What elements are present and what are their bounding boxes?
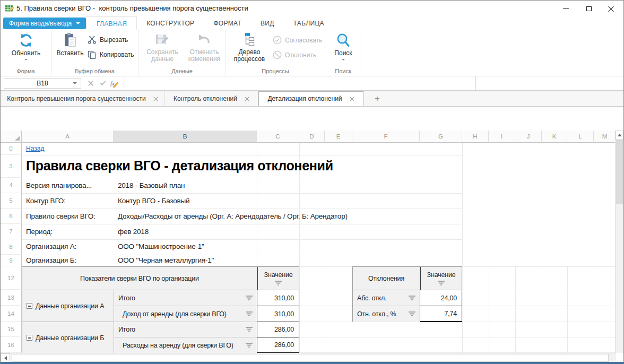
value-cell[interactable]: 7,74 xyxy=(420,306,462,322)
column-header[interactable]: C xyxy=(257,131,299,143)
group-cell-org-a[interactable]: Данные организации А xyxy=(22,290,114,322)
close-icon[interactable] xyxy=(600,1,622,16)
back-link[interactable]: Назад xyxy=(26,145,44,152)
row-header[interactable]: 16 xyxy=(1,337,22,353)
process-tree-button[interactable]: Дерево процессов xyxy=(229,32,270,63)
group-cell-org-b[interactable]: Данные организации Б xyxy=(22,322,114,353)
row-header[interactable]: 8 xyxy=(1,239,22,255)
row-header[interactable]: 3 xyxy=(1,155,22,178)
indicators-table: Показатели сверки ВГО по организации Зна… xyxy=(22,266,299,353)
cell-reference-box[interactable]: B18 xyxy=(4,78,81,89)
info-value[interactable]: ООО "Машиностроение-1" xyxy=(118,242,204,250)
ribbon-tab-view[interactable]: ВИД xyxy=(251,16,284,30)
reject-button[interactable]: Отклонить xyxy=(273,50,316,59)
value-cell[interactable]: 286,00 xyxy=(257,337,299,353)
info-value[interactable]: Доходы/Расходы от аренды (Орг. А: Арендо… xyxy=(118,212,348,220)
indicator-cell[interactable]: Расходы на аренду (для сверки ВГО) xyxy=(114,337,257,353)
row-header[interactable]: 12 xyxy=(1,266,22,290)
row-header[interactable]: 9 xyxy=(1,255,22,266)
sheet-tab-threshold-control[interactable]: Контроль превышения порога существенност… xyxy=(1,91,165,106)
row-header[interactable]: 13 xyxy=(1,290,22,306)
info-value[interactable]: 2018 - Базовый план xyxy=(118,181,185,189)
sheet-tab-deviation-detail[interactable]: Детализация отклонений xyxy=(258,91,363,106)
filter-icon[interactable] xyxy=(409,311,415,316)
indicator-cell[interactable]: Доход от аренды (для сверки ВГО) xyxy=(114,306,257,322)
column-header[interactable]: D xyxy=(299,131,325,143)
row-header[interactable]: 4 xyxy=(1,178,22,193)
formula-input[interactable] xyxy=(124,76,476,90)
column-header[interactable]: I xyxy=(489,131,515,143)
filter-icon[interactable] xyxy=(246,296,253,300)
row-header[interactable]: 14 xyxy=(1,306,22,322)
info-value[interactable]: Контур ВГО - Базовый xyxy=(118,197,189,205)
info-value[interactable]: ООО "Черная металлургия-1" xyxy=(118,256,214,264)
filter-icon[interactable] xyxy=(246,311,253,316)
cancel-icon[interactable] xyxy=(84,78,96,89)
column-header[interactable]: K xyxy=(542,131,567,143)
paste-button[interactable]: Вставить xyxy=(55,32,85,57)
minimize-icon[interactable] xyxy=(554,1,577,16)
row-header[interactable]: 6 xyxy=(1,209,22,224)
search-button[interactable]: Поиск xyxy=(328,32,358,60)
filter-icon[interactable] xyxy=(275,281,282,285)
ribbon-tab-table[interactable]: ТАБЛИЦА xyxy=(284,16,334,30)
indicator-cell[interactable]: Итого xyxy=(114,322,257,337)
cut-button[interactable]: Вырезать xyxy=(88,36,128,44)
column-header[interactable]: A xyxy=(22,131,114,143)
value-cell[interactable]: 310,00 xyxy=(257,290,299,306)
info-value[interactable]: фев 2018 xyxy=(118,228,149,236)
app-window: 5. Правила сверки ВГО - контроль превыше… xyxy=(0,0,624,364)
select-all-corner[interactable] xyxy=(1,131,22,143)
tab-close-icon[interactable] xyxy=(245,97,249,101)
ribbon-tab-format[interactable]: ФОРМАТ xyxy=(204,16,251,30)
indicator-cell[interactable]: Отн. откл., % xyxy=(353,306,420,322)
indicator-cell[interactable]: Итого xyxy=(114,290,257,306)
horizontal-scrollbar[interactable] xyxy=(1,353,616,362)
column-header[interactable]: L xyxy=(567,131,594,143)
vertical-scrollbar[interactable] xyxy=(615,131,623,353)
column-header[interactable]: H xyxy=(462,131,489,143)
confirm-icon[interactable] xyxy=(97,78,109,89)
value-cell[interactable]: 310,00 xyxy=(257,306,299,322)
collapse-icon[interactable] xyxy=(27,335,32,341)
vertical-scroll-thumb[interactable] xyxy=(616,140,623,204)
form-io-menu-button[interactable]: Форма ввода/вывода xyxy=(3,18,86,29)
indicator-cell[interactable]: Абс. откл. xyxy=(353,290,420,306)
copy-button[interactable]: Копировать xyxy=(88,50,134,59)
filter-icon[interactable] xyxy=(246,327,253,332)
maximize-icon[interactable] xyxy=(578,1,600,16)
save-data-button[interactable]: Сохранить данные xyxy=(143,32,182,63)
table-header: Показатели сверки ВГО по организации xyxy=(22,267,257,290)
filter-icon[interactable] xyxy=(409,296,415,300)
undo-changes-button[interactable]: Отменить изменения xyxy=(184,32,224,63)
add-tab-icon[interactable]: + xyxy=(363,91,391,106)
sheet-tab-deviation-control[interactable]: Контроль отклонений xyxy=(165,91,258,106)
collapse-icon[interactable] xyxy=(27,303,32,309)
tab-close-icon[interactable] xyxy=(350,97,354,101)
tab-close-icon[interactable] xyxy=(153,97,158,101)
value-column-header[interactable]: Значение xyxy=(420,267,462,290)
ribbon-tab-constructor[interactable]: КОНСТРУКТОР xyxy=(137,16,204,30)
column-header[interactable]: J xyxy=(515,131,542,143)
scroll-left-icon[interactable] xyxy=(1,353,10,362)
refresh-button[interactable]: Обновить xyxy=(5,32,47,60)
column-header[interactable]: F xyxy=(352,131,420,143)
filter-icon[interactable] xyxy=(438,281,445,285)
column-header[interactable]: E xyxy=(325,131,352,143)
column-header[interactable]: G xyxy=(420,131,462,143)
value-cell[interactable]: 24,00 xyxy=(420,290,462,306)
row-header[interactable]: 0 xyxy=(1,143,22,155)
row-header[interactable]: 7 xyxy=(1,224,22,239)
row-header[interactable]: 15 xyxy=(1,322,22,337)
column-header[interactable]: M xyxy=(594,131,616,143)
row-header[interactable]: 5 xyxy=(1,193,22,209)
approve-button[interactable]: Согласовать xyxy=(273,36,322,45)
horizontal-scroll-thumb[interactable] xyxy=(12,354,609,362)
ribbon-tab-main[interactable]: ГЛАВНАЯ xyxy=(86,16,137,30)
scroll-up-icon[interactable] xyxy=(616,131,623,140)
function-edit-icon[interactable]: fx xyxy=(109,78,120,89)
column-header-selected[interactable]: B xyxy=(114,131,257,143)
filter-icon[interactable] xyxy=(246,343,253,348)
value-column-header[interactable]: Значение xyxy=(257,267,299,290)
value-cell[interactable]: 286,00 xyxy=(257,322,299,337)
